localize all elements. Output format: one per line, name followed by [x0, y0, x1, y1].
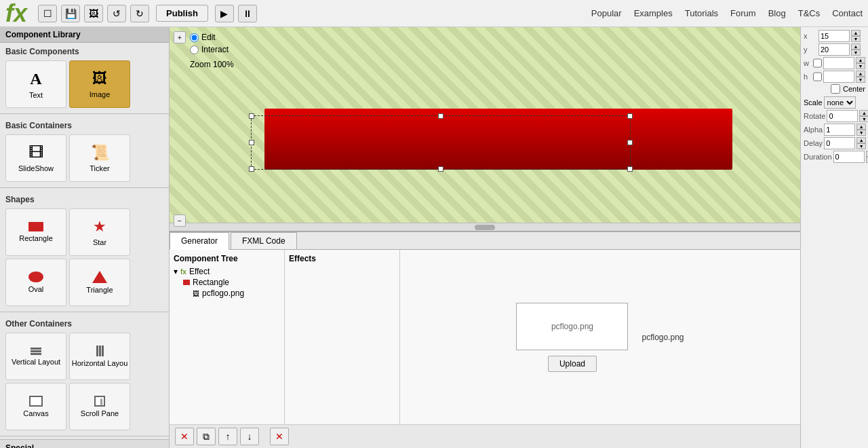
- duration-down-btn[interactable]: ▼: [866, 157, 868, 163]
- component-image[interactable]: 🖼 Image: [69, 60, 130, 108]
- undo-button[interactable]: ↺: [107, 5, 126, 22]
- stop-button[interactable]: ⏸: [238, 5, 257, 22]
- delay-spinner: ▲ ▼: [856, 137, 866, 149]
- edit-mode-radio[interactable]: Edit: [190, 33, 234, 42]
- y-down-btn[interactable]: ▼: [851, 50, 861, 56]
- tree-item-effect[interactable]: ▾ fx Effect: [174, 266, 280, 277]
- x-input[interactable]: [818, 30, 850, 42]
- interact-mode-radio[interactable]: Interact: [190, 45, 234, 54]
- w-input[interactable]: [823, 57, 854, 69]
- remove-button[interactable]: ✕: [270, 428, 289, 445]
- shape-rectangle[interactable]: Rectangle: [5, 208, 66, 256]
- nav-tcs[interactable]: T&Cs: [798, 8, 821, 18]
- tree-item-rectangle[interactable]: Rectangle: [183, 277, 280, 288]
- star-label: Star: [93, 238, 106, 246]
- handle-middle-left[interactable]: [249, 140, 254, 145]
- expand-button[interactable]: +: [174, 31, 186, 43]
- delay-down-btn[interactable]: ▼: [856, 143, 866, 149]
- shape-oval[interactable]: Oval: [5, 259, 66, 306]
- sidebar: Component Library Basic Components A Tex…: [0, 27, 170, 448]
- prop-alpha-row: Alpha ▲ ▼: [804, 124, 865, 136]
- alpha-input[interactable]: [824, 124, 855, 136]
- handle-top-left[interactable]: [249, 113, 254, 119]
- shape-triangle[interactable]: Triangle: [69, 259, 130, 306]
- tree-pcflogo-label: pcflogo.png: [202, 288, 244, 298]
- component-canvas[interactable]: Canvas: [5, 383, 66, 430]
- divider-3: [0, 312, 169, 312]
- alpha-up-btn[interactable]: ▲: [856, 124, 866, 130]
- shape-star[interactable]: ★ Star: [69, 208, 130, 256]
- h-input[interactable]: [823, 71, 854, 83]
- w-up-btn[interactable]: ▲: [856, 57, 865, 63]
- tree-item-pcflogo[interactable]: 🖼 pcflogo.png: [193, 288, 280, 299]
- canvas-background[interactable]: + Edit Interact Zoom 100%: [170, 27, 800, 231]
- duration-input[interactable]: [833, 151, 865, 163]
- center-checkbox[interactable]: [831, 84, 840, 94]
- new-button[interactable]: ☐: [38, 5, 57, 22]
- component-ticker[interactable]: 📜 Ticker: [69, 134, 130, 182]
- h-scrollbar[interactable]: [170, 223, 800, 231]
- save-button[interactable]: 💾: [61, 5, 80, 22]
- component-vertical-layout[interactable]: Vertical Layout: [5, 333, 66, 380]
- nav-tutorials[interactable]: Tutorials: [685, 8, 718, 18]
- tab-generator[interactable]: Generator: [170, 232, 229, 250]
- redo-button[interactable]: ↻: [130, 5, 149, 22]
- publish-button[interactable]: Publish: [156, 5, 208, 22]
- prop-x-row: x ▲ ▼: [804, 30, 865, 42]
- red-rectangle[interactable]: [264, 109, 732, 170]
- scale-select[interactable]: none: [824, 96, 856, 109]
- h-up-btn[interactable]: ▲: [856, 71, 865, 77]
- right-panel: x ▲ ▼ y ▲ ▼ w ▲ ▼ h: [800, 27, 868, 448]
- delay-up-btn[interactable]: ▲: [856, 137, 866, 143]
- tree-rectangle-label: Rectangle: [193, 278, 229, 287]
- center-label: Center: [843, 85, 865, 93]
- y-up-btn[interactable]: ▲: [851, 43, 861, 50]
- x-down-btn[interactable]: ▼: [851, 36, 861, 42]
- w-checkbox[interactable]: [813, 58, 822, 68]
- image-button[interactable]: 🖼: [84, 5, 103, 22]
- star-icon: ★: [93, 218, 106, 236]
- h-checkbox[interactable]: [813, 72, 822, 81]
- component-text[interactable]: A Text: [5, 60, 66, 108]
- component-scroll-pane[interactable]: Scroll Pane: [69, 383, 130, 430]
- h-down-btn[interactable]: ▼: [856, 77, 865, 83]
- rotate-input[interactable]: [827, 110, 858, 122]
- rotate-up-btn[interactable]: ▲: [859, 110, 868, 116]
- divider-1: [0, 113, 169, 114]
- nav-forum[interactable]: Forum: [730, 8, 756, 18]
- alpha-label: Alpha: [804, 126, 823, 134]
- tab-fxml-code[interactable]: FXML Code: [231, 232, 297, 249]
- w-spinner: ▲ ▼: [856, 57, 865, 69]
- nav-popular[interactable]: Popular: [591, 8, 622, 18]
- duration-up-btn[interactable]: ▲: [866, 151, 868, 157]
- w-down-btn[interactable]: ▼: [856, 63, 865, 69]
- handle-bottom-left[interactable]: [249, 166, 254, 172]
- delete-button[interactable]: ✕: [175, 428, 194, 445]
- y-input[interactable]: [818, 43, 850, 56]
- delay-input[interactable]: [824, 137, 855, 149]
- y-label: y: [804, 45, 817, 54]
- tab-bar: Generator FXML Code: [170, 232, 800, 250]
- collapse-button[interactable]: −: [174, 214, 186, 227]
- bottom-panel: Generator FXML Code Component Tree ▾ fx …: [170, 231, 800, 448]
- copy-button[interactable]: ⧉: [197, 428, 216, 445]
- component-horizontal-layout[interactable]: Horizontal Layou: [69, 333, 130, 380]
- duration-label: Duration: [804, 153, 832, 161]
- move-up-button[interactable]: ↑: [218, 428, 237, 445]
- nav-contact[interactable]: Contact: [832, 8, 863, 18]
- nav-blog[interactable]: Blog: [768, 8, 786, 18]
- nav-links: Popular Examples Tutorials Forum Blog T&…: [591, 8, 863, 18]
- alpha-down-btn[interactable]: ▼: [856, 130, 866, 136]
- play-button[interactable]: ▶: [215, 5, 234, 22]
- rotate-down-btn[interactable]: ▼: [859, 116, 868, 122]
- upload-button[interactable]: Upload: [548, 356, 597, 372]
- image-icon: 🖼: [92, 70, 107, 88]
- x-up-btn[interactable]: ▲: [851, 30, 861, 36]
- component-slideshow[interactable]: 🎞 SlideShow: [5, 134, 66, 182]
- effects-header: Effects: [289, 254, 395, 263]
- canvas-label: Canvas: [23, 409, 48, 417]
- move-down-button[interactable]: ↓: [240, 428, 259, 445]
- nav-examples[interactable]: Examples: [634, 8, 673, 18]
- h-label: h: [804, 73, 812, 81]
- ticker-icon: 📜: [91, 144, 109, 162]
